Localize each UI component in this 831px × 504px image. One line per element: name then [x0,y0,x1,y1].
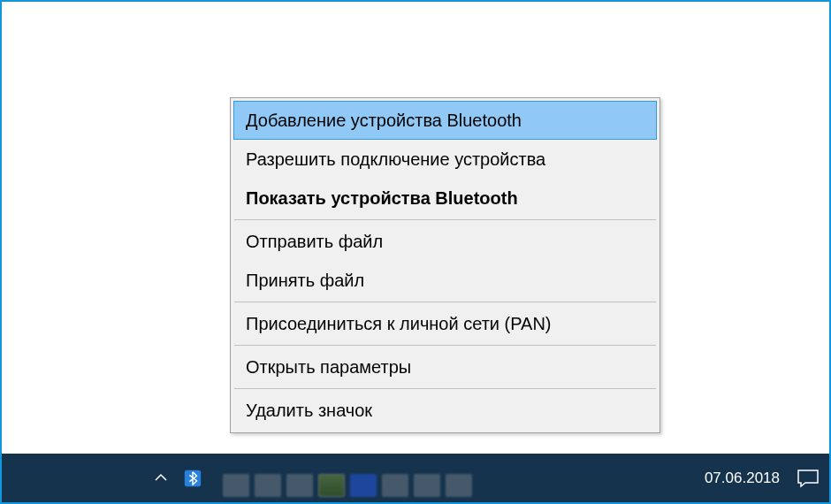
taskbar-hidden-icons-area [223,474,472,497]
menu-item-label: Удалить значок [246,401,372,420]
menu-item-label: Открыть параметры [246,357,411,377]
taskbar: 07.06.2018 [2,454,829,502]
tray-icon[interactable] [286,474,313,497]
tray-show-hidden-icons[interactable] [145,463,177,493]
menu-item-open-settings[interactable]: Открыть параметры [233,347,657,386]
menu-item-show-bluetooth-devices[interactable]: Показать устройства Bluetooth [233,179,657,218]
tray-icon[interactable] [382,474,408,497]
notification-icon [796,468,820,489]
tray-icon[interactable] [350,474,377,497]
menu-item-remove-icon[interactable]: Удалить значок [233,391,657,430]
menu-item-label: Принять файл [246,271,364,290]
bluetooth-context-menu: Добавление устройства Bluetooth Разрешит… [230,97,660,433]
action-center-icon[interactable] [796,468,820,489]
menu-item-add-bluetooth-device[interactable]: Добавление устройства Bluetooth [233,101,657,140]
menu-separator [234,219,656,220]
bluetooth-tray-icon[interactable] [182,468,203,489]
menu-separator [234,302,656,302]
tray-icon[interactable] [223,474,249,497]
taskbar-right-section: 07.06.2018 [701,454,820,502]
menu-item-receive-file[interactable]: Принять файл [233,261,657,300]
bluetooth-icon [183,469,202,488]
menu-separator [234,388,656,389]
menu-item-label: Добавление устройства Bluetooth [246,111,522,130]
tray-icon[interactable] [255,474,281,497]
menu-item-label: Присоединиться к личной сети (PAN) [246,314,552,333]
chevron-up-icon [154,472,168,483]
menu-item-label: Отправить файл [246,232,383,251]
menu-item-allow-connection[interactable]: Разрешить подключение устройства [233,140,657,179]
menu-separator [234,345,656,346]
taskbar-date[interactable]: 07.06.2018 [701,470,783,487]
menu-item-send-file[interactable]: Отправить файл [233,222,657,261]
menu-item-label: Показать устройства Bluetooth [246,188,518,208]
tray-icon[interactable] [446,474,472,497]
tray-icon[interactable] [414,474,440,497]
tray-icon[interactable] [318,474,345,497]
menu-item-label: Разрешить подключение устройства [246,149,545,169]
menu-item-join-pan[interactable]: Присоединиться к личной сети (PAN) [233,304,657,343]
